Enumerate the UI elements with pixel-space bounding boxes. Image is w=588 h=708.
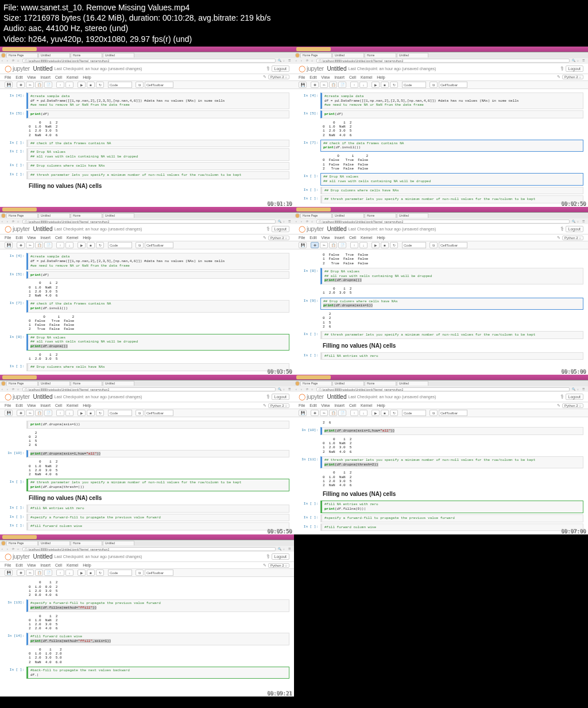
menu-edit[interactable]: Edit bbox=[310, 236, 316, 240]
toolbar-btn-8[interactable]: ■ bbox=[87, 82, 95, 88]
code-cell[interactable]: In [8]:## Drop NA values## all rows with… bbox=[299, 268, 583, 284]
jupyter-logo[interactable]: ◯ jupyter bbox=[299, 393, 324, 401]
menu-cell[interactable]: Cell bbox=[349, 236, 356, 240]
cell-input[interactable]: #fill NA entries with zero bbox=[26, 505, 289, 513]
address-field[interactable]: ⓘ localhost:8888/notebooks/Untitled.ipyn… bbox=[22, 547, 276, 551]
celltype-select[interactable]: Code bbox=[402, 82, 426, 88]
code-cell[interactable]: In [ ]:## thresh parameter lets you spec… bbox=[299, 331, 583, 339]
edit-icon[interactable]: ✎ bbox=[263, 563, 266, 568]
toolbar-btn-3[interactable]: 📋 bbox=[329, 242, 337, 248]
cell-input[interactable]: ## thresh parameter lets you specify a m… bbox=[320, 331, 583, 339]
menu-kernel[interactable]: Kernel bbox=[67, 403, 78, 407]
browser-tab[interactable]: Untitled bbox=[38, 381, 70, 386]
code-cell[interactable]: In [ ]:#back-fill to propagate the next … bbox=[5, 667, 289, 679]
celltoolbar-select[interactable]: CellToolbar bbox=[145, 410, 173, 416]
cell-input[interactable]: #back-fill to propagate the next values … bbox=[26, 667, 289, 679]
toolbar-btn-8[interactable]: ■ bbox=[87, 570, 95, 576]
toolbar-btn-8[interactable]: ■ bbox=[381, 410, 389, 416]
code-cell[interactable]: In [9]:## Drop columns where cells have … bbox=[299, 298, 583, 310]
toolbar-btn-0[interactable]: 💾 bbox=[299, 410, 307, 416]
kernel-indicator[interactable]: Python 2 ○ bbox=[562, 75, 583, 79]
toolbar-btn-2[interactable]: ✂ bbox=[320, 242, 328, 248]
menu-edit[interactable]: Edit bbox=[16, 75, 22, 79]
back-icon[interactable]: ‹ bbox=[2, 547, 6, 551]
toolbar-btn-6[interactable]: ↓ bbox=[359, 82, 368, 88]
toolbar-btn-9[interactable]: ↻ bbox=[96, 410, 104, 416]
reload-icon[interactable]: ⟳ bbox=[12, 387, 16, 391]
toolbar-btn-4[interactable]: 📄 bbox=[338, 82, 346, 88]
logout-button[interactable]: Logout bbox=[566, 226, 583, 232]
toolbar-btn-0[interactable]: 💾 bbox=[299, 242, 307, 248]
reload-icon[interactable]: ⟳ bbox=[12, 220, 16, 224]
code-cell[interactable]: In [ ]:## Drop columns where cells have … bbox=[299, 187, 583, 195]
toolbar-btn-0[interactable]: 💾 bbox=[5, 570, 13, 576]
toolbar-btn-7[interactable]: ▶ bbox=[78, 242, 86, 248]
toolbar-btn-8[interactable]: ■ bbox=[87, 410, 95, 416]
edit-icon[interactable]: ✎ bbox=[263, 75, 266, 79]
toolbar-btn-2[interactable]: ✂ bbox=[320, 410, 328, 416]
code-cell[interactable]: In [ ]:## Drop columns where cells have … bbox=[5, 162, 289, 170]
forward-icon[interactable]: › bbox=[301, 387, 305, 391]
markdown-cell[interactable]: Filling no values (NA) cells bbox=[299, 340, 583, 351]
menu-help[interactable]: Help bbox=[83, 75, 91, 79]
browser-tab[interactable]: Untitled bbox=[332, 53, 364, 57]
code-cell[interactable]: In [ ]:#specify a forward-fill to propag… bbox=[299, 514, 583, 522]
code-cell[interactable]: In [7]:## check if the data frames conta… bbox=[299, 140, 583, 152]
cell-input[interactable]: ## thresh parameter lets you specify a m… bbox=[320, 195, 583, 203]
back-icon[interactable]: ‹ bbox=[296, 387, 300, 391]
celltype-select[interactable]: Code bbox=[108, 242, 132, 248]
command-btn[interactable]: ⧉ bbox=[136, 242, 144, 248]
kernel-indicator[interactable]: Python 2 ○ bbox=[268, 403, 289, 408]
code-cell[interactable]: In [4]:#create sample datadf = pd.DataFr… bbox=[299, 93, 583, 109]
cell-input[interactable]: ## thresh parameter lets you specify a m… bbox=[26, 479, 289, 491]
code-cell[interactable]: In [ ]:## check if the data frames conta… bbox=[5, 140, 289, 148]
notebook-title[interactable]: Untitled bbox=[327, 394, 347, 400]
browser-tab[interactable]: Home bbox=[71, 53, 102, 57]
forward-icon[interactable]: › bbox=[7, 547, 11, 551]
toolbar-btn-6[interactable]: ↓ bbox=[359, 410, 368, 416]
toolbar-btn-2[interactable]: ✂ bbox=[26, 570, 34, 576]
menu-insert[interactable]: Insert bbox=[40, 563, 51, 567]
toolbar-btn-8[interactable]: ■ bbox=[381, 82, 389, 88]
browser-tab[interactable]: Home bbox=[71, 541, 102, 545]
cell-input[interactable]: print(df) bbox=[26, 110, 289, 118]
browser-tab[interactable]: Home Page bbox=[300, 381, 332, 386]
download-icon[interactable]: ↓ bbox=[283, 220, 287, 224]
code-cell[interactable]: In [14]:#fill forward column wiseprint(d… bbox=[5, 633, 289, 645]
celltoolbar-select[interactable]: CellToolbar bbox=[439, 242, 467, 248]
toolbar-btn-5[interactable]: ↑ bbox=[56, 410, 64, 416]
browser-tab[interactable]: Untitled bbox=[103, 541, 134, 545]
command-btn[interactable]: ⧉ bbox=[136, 570, 144, 576]
toolbar-btn-5[interactable]: ↑ bbox=[350, 242, 358, 248]
menu-file[interactable]: File bbox=[5, 563, 11, 567]
bookmark-icon[interactable]: ☰ bbox=[288, 387, 292, 391]
cell-input[interactable]: ## thresh parameter lets you specify a m… bbox=[320, 456, 583, 469]
cell-input[interactable]: #specify a forward-fill to propagate the… bbox=[320, 514, 583, 522]
address-field[interactable]: ⓘ localhost:8888/notebooks/Untitled.ipyn… bbox=[316, 220, 570, 224]
toolbar-btn-4[interactable]: 📄 bbox=[44, 410, 52, 416]
toolbar-btn-2[interactable]: ✂ bbox=[26, 82, 34, 88]
search-icon[interactable]: 🔍 bbox=[572, 59, 576, 63]
cell-input[interactable]: #create sample datadf = pd.DataFrame([[1… bbox=[26, 253, 289, 270]
menu-kernel[interactable]: Kernel bbox=[67, 75, 78, 79]
toolbar-btn-4[interactable]: 📄 bbox=[44, 242, 52, 248]
celltype-select[interactable]: Code bbox=[108, 82, 132, 88]
search-icon[interactable]: 🔍 bbox=[572, 387, 576, 391]
toolbar-btn-6[interactable]: ↓ bbox=[359, 242, 368, 248]
toolbar-btn-5[interactable]: ↑ bbox=[56, 242, 64, 248]
toolbar-btn-9[interactable]: ↻ bbox=[96, 570, 104, 576]
code-cell[interactable]: In [ ]:## thresh parameter lets you spec… bbox=[5, 479, 289, 491]
cell-input[interactable]: #fill forward column wise bbox=[26, 522, 289, 530]
code-cell[interactable]: In [5]:print(df) bbox=[5, 110, 289, 118]
browser-tab[interactable]: Untitled bbox=[332, 213, 364, 218]
cell-input[interactable]: ## Drop columns where cells have NAsprin… bbox=[320, 298, 583, 310]
celltype-select[interactable]: Code bbox=[402, 242, 426, 248]
toolbar-btn-7[interactable]: ▶ bbox=[372, 242, 380, 248]
logout-button[interactable]: Logout bbox=[272, 226, 289, 232]
forward-icon[interactable]: › bbox=[7, 59, 11, 63]
menu-cell[interactable]: Cell bbox=[55, 236, 62, 240]
edit-icon[interactable]: ✎ bbox=[263, 403, 266, 408]
toolbar-btn-6[interactable]: ↓ bbox=[65, 242, 74, 248]
menu-insert[interactable]: Insert bbox=[334, 236, 345, 240]
bookmark-icon[interactable]: ☰ bbox=[288, 59, 292, 63]
